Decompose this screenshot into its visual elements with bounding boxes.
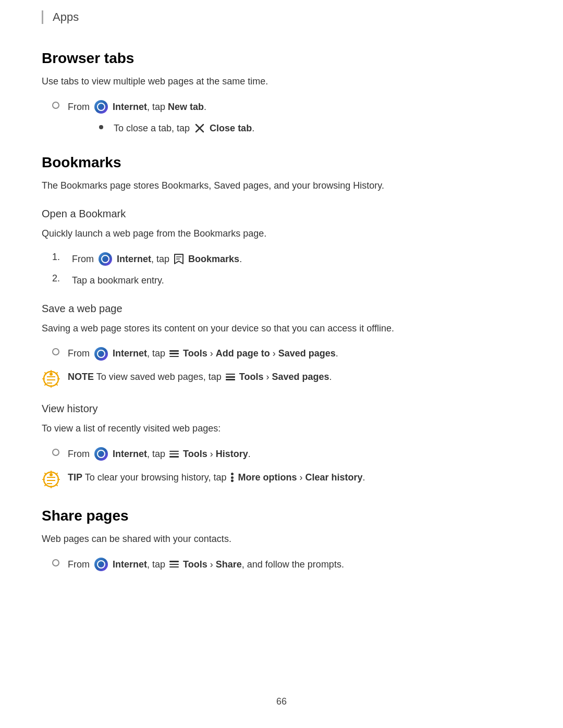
view-history-bullet-1-text: From Internet, tap Tools › History.: [68, 447, 251, 462]
share-pages-desc: Web pages can be shared with your contac…: [42, 532, 521, 547]
share-pages-bullet-1: From Internet, tap Tools › Share, and fo…: [52, 557, 521, 572]
bullet-dot-icon: [99, 125, 103, 129]
svg-line-27: [56, 484, 58, 486]
section-browser-tabs: Browser tabs Use tabs to view multiple w…: [42, 50, 521, 135]
tools-menu-icon-4: [169, 561, 179, 567]
bullet-circle-icon-2: [52, 348, 59, 355]
tip-icon: [42, 470, 60, 489]
subsection-save-web-page: Save a web page Saving a web page stores…: [42, 303, 521, 389]
browser-tabs-title: Browser tabs: [42, 50, 521, 67]
more-options-icon: [230, 473, 234, 482]
bullet-circle-icon: [52, 102, 59, 109]
view-history-title: View history: [42, 403, 521, 415]
step-number-2: 2.: [52, 273, 65, 284]
tools-menu-icon-3: [169, 451, 179, 458]
svg-line-29: [45, 484, 46, 486]
share-pages-bullet-1-text: From Internet, tap Tools › Share, and fo…: [68, 557, 344, 572]
browser-tabs-bullet-1: From Internet, tap New tab.: [52, 100, 521, 115]
svg-line-15: [56, 373, 58, 374]
internet-icon-2: [99, 252, 112, 266]
page-container: Apps Browser tabs Use tabs to view multi…: [0, 0, 563, 728]
note-icon: [42, 369, 60, 388]
view-history-bullet-1: From Internet, tap Tools › History.: [52, 447, 521, 462]
bullet-circle-icon-3: [52, 449, 59, 456]
save-web-page-desc: Saving a web page stores its content on …: [42, 321, 521, 336]
share-pages-title: Share pages: [42, 508, 521, 524]
internet-icon: [94, 100, 108, 114]
browser-tabs-desc: Use tabs to view multiple web pages at t…: [42, 74, 521, 89]
tip-text: TIP To clear your browsing history, tap …: [68, 470, 365, 485]
page-number: 66: [276, 696, 287, 707]
save-web-page-bullet-1: From Internet, tap Tools › Add page to ›…: [52, 346, 521, 361]
note-text: NOTE To view saved web pages, tap Tools …: [68, 369, 332, 385]
bookmarks-title: Bookmarks: [42, 154, 521, 171]
open-bookmark-step-1-text: From Internet, tap Bookmarks.: [72, 252, 242, 267]
breadcrumb: Apps: [42, 10, 521, 24]
svg-line-14: [56, 384, 58, 386]
tip-row: TIP To clear your browsing history, tap …: [42, 470, 521, 489]
section-share-pages: Share pages Web pages can be shared with…: [42, 508, 521, 572]
bullet-circle-icon-4: [52, 559, 59, 566]
bookmarks-icon: [174, 253, 184, 265]
bookmarks-desc: The Bookmarks page stores Bookmarks, Sav…: [42, 178, 521, 193]
browser-tabs-sub-bullet-1-text: To close a tab, tap Close tab.: [114, 121, 254, 136]
open-bookmark-step-2: 2. Tap a bookmark entry.: [52, 273, 521, 288]
svg-point-5: [50, 373, 53, 376]
subsection-view-history: View history To view a list of recently …: [42, 403, 521, 489]
open-bookmark-desc: Quickly launch a web page from the Bookm…: [42, 226, 521, 241]
internet-icon-5: [94, 558, 108, 571]
breadcrumb-text: Apps: [53, 10, 79, 23]
section-bookmarks: Bookmarks The Bookmarks page stores Book…: [42, 154, 521, 488]
subsection-open-bookmark: Open a Bookmark Quickly launch a web pag…: [42, 208, 521, 288]
view-history-desc: To view a list of recently visited web p…: [42, 421, 521, 436]
step-number-1: 1.: [52, 252, 65, 263]
open-bookmark-step-1: 1. From Internet, tap Bookmarks.: [52, 252, 521, 267]
svg-line-26: [45, 473, 46, 475]
svg-line-28: [56, 473, 58, 475]
browser-tabs-bullet-1-text: From Internet, tap New tab.: [68, 100, 206, 115]
open-bookmark-title: Open a Bookmark: [42, 208, 521, 220]
open-bookmark-step-2-text: Tap a bookmark entry.: [72, 273, 164, 288]
tools-menu-icon: [169, 350, 179, 357]
save-web-page-bullet-1-text: From Internet, tap Tools › Add page to ›…: [68, 346, 338, 361]
svg-line-16: [45, 384, 46, 386]
browser-tabs-sub-bullet-1: To close a tab, tap Close tab.: [73, 121, 521, 136]
svg-line-13: [45, 373, 46, 374]
internet-icon-3: [94, 347, 108, 361]
close-tab-icon: [194, 122, 205, 134]
save-web-page-title: Save a web page: [42, 303, 521, 315]
note-row: NOTE To view saved web pages, tap Tools …: [42, 369, 521, 388]
svg-point-18: [50, 473, 53, 476]
internet-icon-4: [94, 447, 108, 461]
tools-menu-icon-2: [226, 374, 235, 380]
